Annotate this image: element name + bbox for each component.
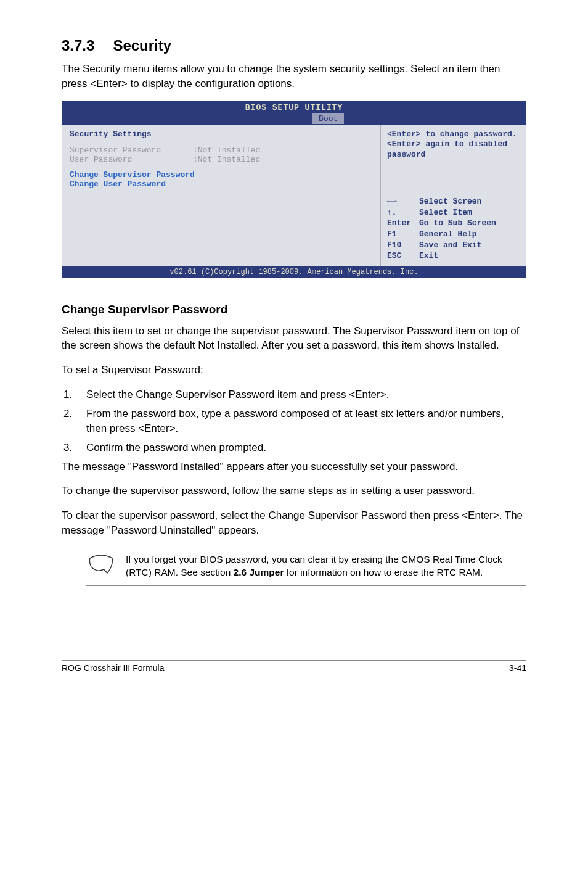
bios-screenshot: BIOS SETUP UTILITY Boot Security Setting… (62, 101, 526, 278)
bios-action-change-user: Change User Password (70, 179, 373, 189)
page-footer: ROG Crosshair III Formula 3-41 (62, 660, 526, 673)
bios-title: BIOS SETUP UTILITY (245, 103, 343, 112)
bios-tabbar: Boot (62, 113, 526, 125)
section-number: 3.7.3 (62, 37, 94, 54)
bios-header: BIOS SETUP UTILITY (62, 102, 526, 113)
bios-tab-boot: Boot (312, 113, 344, 124)
note-post: for information on how to erase the RTC … (284, 567, 483, 577)
intro-paragraph: The Security menu items allow you to cha… (62, 62, 526, 91)
note-icon (89, 553, 113, 578)
footer-right: 3-41 (509, 663, 526, 673)
paragraph-2: To set a Supervisor Password: (62, 363, 526, 377)
bios-legend: ←→Select Screen ↑↓Select Item EnterGo to… (387, 196, 520, 261)
bios-row-label: User Password (70, 155, 193, 164)
bios-help-text: <Enter> to change password. <Enter> agai… (387, 130, 520, 161)
section-heading: 3.7.3Security (62, 37, 526, 54)
paragraph-3: The message "Password Installed" appears… (62, 460, 526, 474)
bios-action-change-supervisor: Change Supervisor Password (70, 170, 373, 179)
bios-footer: v02.61 (C)Copyright 1985-2009, American … (62, 266, 526, 278)
bios-main-panel: Security Settings Supervisor Password :N… (62, 125, 381, 266)
bios-row-user: User Password :Not Installed (70, 155, 373, 164)
bios-row-supervisor: Supervisor Password :Not Installed (70, 146, 373, 155)
paragraph-5: To clear the supervisor password, select… (62, 508, 526, 538)
note-bold: 2.6 Jumper (234, 567, 284, 577)
bios-side-panel: <Enter> to change password. <Enter> agai… (381, 125, 526, 266)
subheading-change-supervisor: Change Supervisor Password (62, 303, 526, 316)
step-item: Confirm the password when prompted. (75, 440, 526, 456)
bios-body: Security Settings Supervisor Password :N… (62, 125, 526, 266)
note-box: If you forget your BIOS password, you ca… (86, 548, 526, 586)
bios-row-value: :Not Installed (193, 155, 260, 164)
section-title: Security (113, 37, 171, 54)
step-item: Select the Change Supervisor Password it… (75, 387, 526, 403)
bios-main-heading: Security Settings (70, 130, 373, 139)
step-item: From the password box, type a password c… (75, 406, 526, 437)
bios-row-label: Supervisor Password (70, 146, 193, 155)
bios-row-value: :Not Installed (193, 146, 260, 155)
paragraph-1: Select this item to set or change the su… (62, 324, 526, 353)
footer-left: ROG Crosshair III Formula (62, 663, 164, 673)
note-text: If you forget your BIOS password, you ca… (126, 553, 524, 579)
steps-list: Select the Change Supervisor Password it… (62, 387, 526, 456)
paragraph-4: To change the supervisor password, follo… (62, 484, 526, 498)
